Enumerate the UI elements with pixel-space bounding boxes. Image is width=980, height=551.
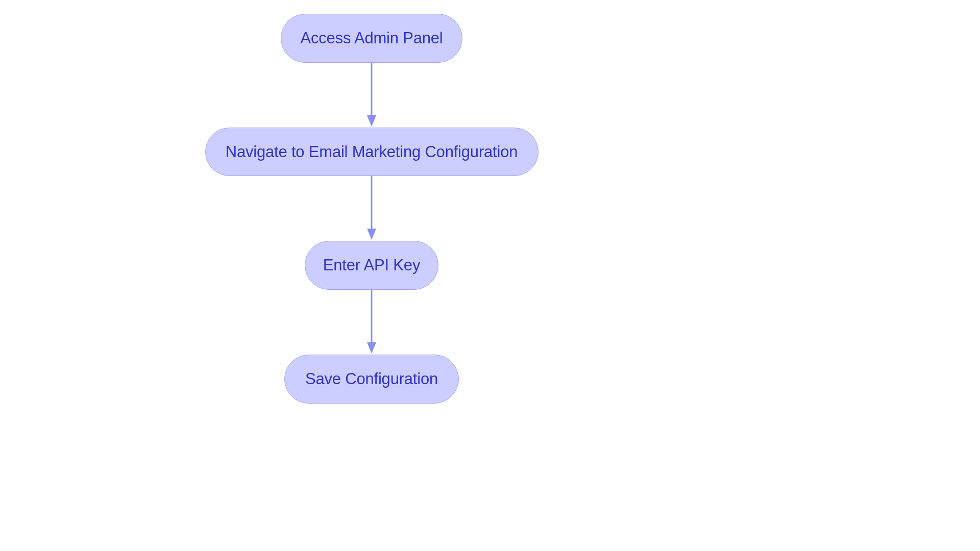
flow-node-label: Navigate to Email Marketing Configuratio…	[226, 143, 518, 161]
flow-node-access-admin-panel: Access Admin Panel	[281, 14, 462, 63]
flow-node-navigate-email-config: Navigate to Email Marketing Configuratio…	[205, 128, 538, 176]
svg-marker-1	[367, 115, 376, 127]
flow-node-save-configuration: Save Configuration	[284, 355, 459, 404]
svg-marker-5	[367, 342, 376, 354]
flowchart-canvas: Access Admin Panel Navigate to Email Mar…	[0, 0, 980, 551]
flow-node-label: Access Admin Panel	[301, 29, 443, 47]
flow-node-label: Save Configuration	[305, 370, 438, 388]
flow-arrows	[0, 0, 980, 551]
svg-marker-3	[367, 229, 376, 240]
flow-node-enter-api-key: Enter API Key	[305, 241, 438, 290]
flow-node-label: Enter API Key	[323, 256, 420, 274]
